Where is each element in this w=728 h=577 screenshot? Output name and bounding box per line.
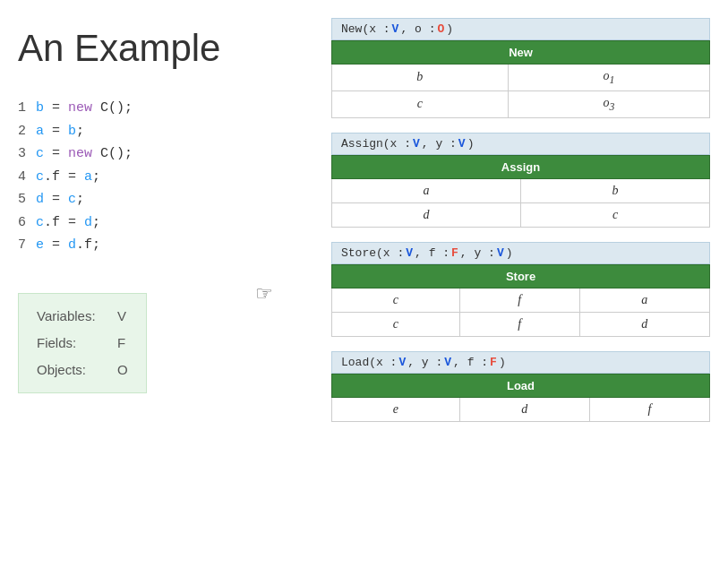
table-cell: c (332, 90, 509, 117)
table-row: d c (332, 202, 710, 227)
load-table-section: Load(x : V, y : V, f : F) Load e d f (331, 351, 710, 422)
load-table: Load e d f (331, 374, 710, 422)
table-cell: c (521, 202, 710, 227)
table-cell: c (332, 288, 460, 312)
table-cell: o1 (508, 65, 709, 91)
legend-label-variables: Variables: (37, 303, 99, 330)
line-num: 4 (18, 166, 30, 189)
assign-table-section: Assign(x : V, y : V) Assign a b d c (331, 133, 710, 228)
code-line-1: 1 b = new C(); (18, 97, 304, 120)
new-table-header: New (332, 41, 710, 65)
code-line-6: 6 c.f = d; (18, 211, 304, 235)
table-cell: f (589, 397, 709, 421)
store-table-header: Store (332, 264, 710, 288)
code-line-7: 7 e = d.f; (18, 234, 304, 257)
line-num: 2 (18, 120, 30, 143)
table-cell: d (459, 397, 589, 421)
line-num: 1 (18, 97, 30, 120)
code-block: 1 b = new C(); 2 a = b; 3 c = new C(); (18, 97, 304, 257)
right-panel: New(x : V, o : O) New b o1 c o3 Assign(x… (331, 18, 710, 559)
table-row: c f a (332, 288, 710, 312)
table-cell: a (579, 288, 709, 312)
table-cell: c (332, 312, 460, 336)
table-row: a b (332, 178, 710, 202)
load-table-header: Load (332, 374, 710, 397)
new-table-signature: New(x : V, o : O) (331, 18, 710, 40)
table-cell: f (459, 288, 579, 312)
store-table: Store c f a c f d (331, 264, 710, 337)
new-table: New b o1 c o3 (331, 40, 710, 118)
legend-value-objects: O (117, 357, 128, 383)
assign-table: Assign a b d c (331, 155, 710, 228)
assign-table-header: Assign (332, 155, 710, 178)
table-cell: b (521, 178, 710, 202)
legend-value-variables: V (117, 303, 126, 330)
code-line-2: 2 a = b; (18, 120, 304, 143)
table-cell: a (332, 178, 521, 202)
table-cell: e (332, 397, 460, 421)
line-num: 6 (18, 211, 30, 235)
legend-row-variables: Variables: V (37, 303, 128, 330)
cursor-icon: ☞ (255, 282, 273, 306)
table-cell: f (459, 312, 579, 336)
table-row: c f d (332, 312, 710, 336)
line-num: 3 (18, 142, 30, 166)
legend-label-fields: Fields: (37, 330, 99, 357)
legend-box: Variables: V Fields: F Objects: O (18, 293, 147, 393)
table-cell: o3 (508, 90, 709, 117)
code-line-4: 4 c.f = a; (18, 166, 304, 189)
legend-label-objects: Objects: (37, 357, 99, 383)
line-num: 5 (18, 188, 30, 211)
table-cell: b (332, 65, 509, 91)
assign-table-signature: Assign(x : V, y : V) (331, 133, 710, 155)
table-cell: d (579, 312, 709, 336)
legend-row-fields: Fields: F (37, 330, 128, 357)
page-title: An Example (18, 27, 304, 70)
store-table-section: Store(x : V, f : F, y : V) Store c f a c… (331, 242, 710, 337)
legend-value-fields: F (117, 330, 125, 357)
store-table-signature: Store(x : V, f : F, y : V) (331, 242, 710, 264)
table-row: c o3 (332, 90, 710, 117)
code-line-3: 3 c = new C(); (18, 142, 304, 166)
legend-row-objects: Objects: O (37, 357, 128, 383)
new-table-section: New(x : V, o : O) New b o1 c o3 (331, 18, 710, 118)
table-cell: d (332, 202, 521, 227)
line-num: 7 (18, 234, 30, 257)
table-row: e d f (332, 397, 710, 421)
code-line-5: 5 d = c; (18, 188, 304, 211)
table-row: b o1 (332, 65, 710, 91)
load-table-signature: Load(x : V, y : V, f : F) (331, 351, 710, 374)
